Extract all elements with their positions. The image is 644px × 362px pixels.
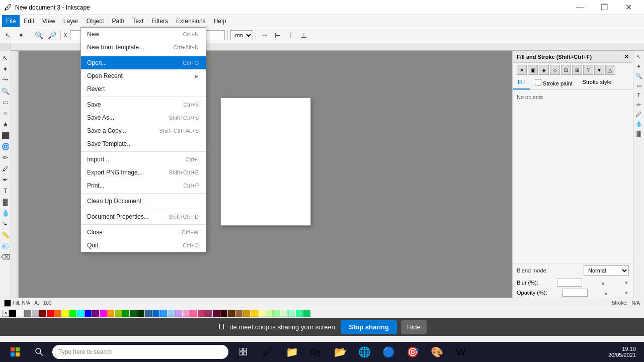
taskbar-files[interactable]: 📂 <box>329 343 351 361</box>
taskbar-app1[interactable]: 🎯 <box>401 343 424 361</box>
palette-color-swatch[interactable] <box>54 310 61 317</box>
snap-icon-2[interactable]: ▣ <box>528 65 538 75</box>
palette-color-swatch[interactable] <box>130 310 137 317</box>
stop-sharing-button[interactable]: Stop sharing <box>341 320 396 334</box>
rp-icon-6[interactable]: ✏ <box>634 100 643 109</box>
palette-color-swatch[interactable] <box>145 310 152 317</box>
palette-color-swatch[interactable] <box>32 310 39 317</box>
menu-layer[interactable]: Layer <box>59 15 83 27</box>
connector-tool[interactable]: ⤷ <box>1 219 11 229</box>
panel-close-icon[interactable]: ✕ <box>624 53 629 60</box>
menu-file-item[interactable]: Clean Up Document <box>81 195 206 208</box>
rp-icon-1[interactable]: ↖ <box>634 52 643 61</box>
tab-fill[interactable]: Fill <box>513 77 530 89</box>
align-top-btn[interactable]: ⊤ <box>285 29 297 41</box>
palette-color-swatch[interactable] <box>160 310 167 317</box>
palette-color-swatch[interactable] <box>198 310 205 317</box>
unit-selector[interactable]: mmpxin <box>230 30 253 40</box>
taskbar-inkscape[interactable]: 🖊 <box>257 343 279 361</box>
palette-color-swatch[interactable] <box>175 310 182 317</box>
snap-icon-6[interactable]: ⊞ <box>572 65 582 75</box>
palette-color-swatch[interactable] <box>235 310 243 317</box>
palette-color-swatch[interactable] <box>273 310 280 317</box>
menu-edit[interactable]: Edit <box>20 15 38 27</box>
menu-filters[interactable]: Filters <box>147 15 172 27</box>
menu-file-item[interactable]: Save a Copy...Shift+Ctrl+Alt+S <box>81 124 206 137</box>
snap-icon-5[interactable]: ⊡ <box>561 65 571 75</box>
menu-file-item[interactable]: CloseCtrl+W <box>81 226 206 239</box>
taskbar-app2[interactable]: 🎨 <box>426 343 448 361</box>
tab-stroke-style[interactable]: Stroke style <box>578 77 616 89</box>
tool-zoom-out[interactable]: 🔎 <box>46 29 58 41</box>
fill-color-swatch[interactable] <box>4 300 11 307</box>
search-icon-taskbar[interactable] <box>28 343 50 361</box>
taskbar-store[interactable]: 🛍 <box>305 343 327 361</box>
palette-color-swatch[interactable] <box>266 310 273 317</box>
snap-icon-4[interactable]: ◇ <box>550 65 560 75</box>
close-button[interactable]: ✕ <box>617 0 640 15</box>
menu-file-item[interactable]: Save As...Shift+Ctrl+S <box>81 111 206 124</box>
rect-tool[interactable]: ▭ <box>1 97 11 107</box>
pen-tool[interactable]: 🖊 <box>1 163 11 173</box>
rp-icon-8[interactable]: 💧 <box>634 119 643 128</box>
node-tool[interactable]: ✦ <box>1 64 11 74</box>
palette-color-swatch[interactable] <box>296 310 303 317</box>
pencil-tool[interactable]: ✏ <box>1 152 11 162</box>
blur-input[interactable]: 0.0 <box>557 279 582 287</box>
menu-file-item[interactable]: Document Properties...Shift+Ctrl+D <box>81 210 206 223</box>
palette-color-swatch[interactable] <box>137 310 144 317</box>
gradient-tool[interactable]: ▓ <box>1 197 11 207</box>
start-button[interactable] <box>4 343 26 361</box>
palette-color-swatch[interactable] <box>92 310 99 317</box>
palette-color-swatch[interactable] <box>69 310 76 317</box>
star-tool[interactable]: ★ <box>1 119 11 129</box>
menu-file-item[interactable]: New from Template...Ctrl+Alt+N <box>81 41 206 54</box>
tool-node[interactable]: ✦ <box>15 29 27 41</box>
menu-text[interactable]: Text <box>128 15 147 27</box>
menu-file-item[interactable]: QuitCtrl+Q <box>81 239 206 252</box>
palette-color-swatch[interactable] <box>190 310 197 317</box>
palette-color-swatch[interactable] <box>152 310 159 317</box>
text-tool[interactable]: T <box>1 186 11 196</box>
taskbar-edge[interactable]: 🔵 <box>377 343 399 361</box>
palette-color-swatch[interactable] <box>17 310 24 317</box>
taskbar-explorer[interactable]: 📁 <box>281 343 303 361</box>
rp-icon-9[interactable]: ▓ <box>634 129 643 138</box>
transparent-color[interactable]: ✕ <box>2 310 9 317</box>
palette-color-swatch[interactable] <box>107 310 114 317</box>
blur-up-icon[interactable]: ▲ <box>600 280 605 286</box>
selector-tool[interactable]: ↖ <box>1 53 11 63</box>
menu-path[interactable]: Path <box>108 15 129 27</box>
palette-color-swatch[interactable] <box>100 310 107 317</box>
menu-file-item[interactable]: Save Template... <box>81 137 206 150</box>
stroke-paint-checkbox[interactable] <box>535 79 541 85</box>
blend-mode-select[interactable]: Normal Multiply Screen Overlay <box>584 265 629 276</box>
measure-tool[interactable]: 📏 <box>1 230 11 240</box>
menu-help[interactable]: Help <box>210 15 230 27</box>
dropper-tool[interactable]: 💧 <box>1 208 11 218</box>
palette-color-swatch[interactable] <box>168 310 175 317</box>
palette-color-swatch[interactable] <box>115 310 122 317</box>
menu-view[interactable]: View <box>38 15 59 27</box>
tweak-tool[interactable]: 〜 <box>1 75 11 85</box>
palette-color-swatch[interactable] <box>213 310 220 317</box>
palette-color-swatch[interactable] <box>220 310 227 317</box>
rp-icon-2[interactable]: ✦ <box>634 62 643 71</box>
menu-file-item[interactable]: Export PNG Image...Shift+Ctrl+E <box>81 166 206 179</box>
rp-icon-7[interactable]: 🖊 <box>634 110 643 119</box>
palette-color-swatch[interactable] <box>205 310 212 317</box>
menu-file-item[interactable]: SaveCtrl+S <box>81 98 206 111</box>
snap-icon-1[interactable]: ✕ <box>517 65 527 75</box>
rp-icon-4[interactable]: ▭ <box>634 81 643 90</box>
palette-color-swatch[interactable] <box>47 310 54 317</box>
align-bottom-btn[interactable]: ⊥ <box>298 29 310 41</box>
tool-selector[interactable]: ↖ <box>2 29 14 41</box>
palette-color-swatch[interactable] <box>24 310 31 317</box>
search-bar[interactable]: Type here to search <box>52 345 228 359</box>
menu-file-item[interactable]: Open Recent▶ <box>81 69 206 82</box>
palette-color-swatch[interactable] <box>303 310 310 317</box>
snap-icon-8[interactable]: ▼ <box>594 65 604 75</box>
spray-tool[interactable]: 💨 <box>1 241 11 251</box>
menu-file-item[interactable]: Revert <box>81 82 206 96</box>
menu-extensions[interactable]: Extensions <box>172 15 210 27</box>
